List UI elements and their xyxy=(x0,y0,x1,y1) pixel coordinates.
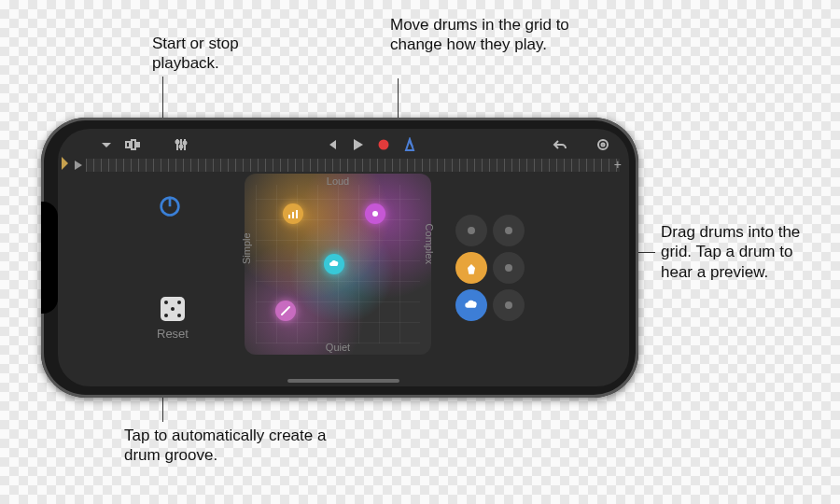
palette-clap[interactable] xyxy=(455,252,487,284)
svg-point-16 xyxy=(505,264,512,272)
reset-label: Reset xyxy=(157,327,189,341)
drum-node-hihat[interactable] xyxy=(324,254,344,274)
grid-label-bottom: Quiet xyxy=(326,342,350,353)
svg-point-14 xyxy=(468,227,475,234)
svg-rect-12 xyxy=(296,210,298,218)
tracks-menu-button[interactable] xyxy=(93,133,119,156)
view-button[interactable] xyxy=(119,133,146,156)
metronome-button[interactable] xyxy=(397,133,423,156)
svg-rect-1 xyxy=(132,140,135,149)
palette-shaker[interactable] xyxy=(455,215,487,246)
svg-point-15 xyxy=(505,227,512,234)
settings-button[interactable] xyxy=(590,133,616,156)
annotation-grid: Move drums in the grid to change how the… xyxy=(390,15,577,55)
randomize-dice-button[interactable] xyxy=(161,297,185,321)
svg-point-3 xyxy=(176,141,179,144)
palette-cowbell[interactable] xyxy=(493,252,525,284)
svg-point-4 xyxy=(180,146,183,148)
grid-label-right: Complex xyxy=(424,224,435,264)
record-button[interactable] xyxy=(371,133,397,156)
svg-point-8 xyxy=(602,144,605,147)
drum-xy-grid[interactable]: Loud Quiet Simple Complex xyxy=(245,174,431,355)
grid-label-left: Simple xyxy=(241,232,252,264)
drum-node-snare[interactable] xyxy=(365,203,385,224)
play-button[interactable] xyxy=(344,133,371,156)
drum-node-kick[interactable] xyxy=(283,203,303,224)
mixer-button[interactable] xyxy=(168,133,194,156)
grid-label-top: Loud xyxy=(327,175,349,187)
palette-tamb[interactable] xyxy=(493,215,525,246)
svg-point-13 xyxy=(372,211,378,217)
palette-stick[interactable] xyxy=(493,289,525,321)
svg-rect-0 xyxy=(126,142,130,147)
svg-point-17 xyxy=(505,301,512,309)
rewind-button[interactable] xyxy=(318,133,344,156)
annotation-playback: Start or stop playback. xyxy=(152,34,283,74)
palette-cloud[interactable] xyxy=(455,289,487,321)
svg-rect-2 xyxy=(137,143,139,147)
svg-rect-10 xyxy=(288,215,290,218)
power-toggle[interactable] xyxy=(157,192,183,218)
app-screen: Reset Loud Quiet Simple Complex xyxy=(58,129,629,386)
undo-button[interactable] xyxy=(547,133,573,156)
svg-point-5 xyxy=(184,142,187,145)
playhead-flag-icon[interactable] xyxy=(75,161,84,170)
svg-point-7 xyxy=(598,140,608,149)
device-frame: Reset Loud Quiet Simple Complex xyxy=(41,118,638,398)
device-notch xyxy=(41,202,58,314)
svg-point-6 xyxy=(379,140,389,150)
annotation-dice: Tap to automatically create a drum groov… xyxy=(124,426,329,466)
home-indicator[interactable] xyxy=(287,379,399,383)
toolbar xyxy=(58,131,629,159)
main-stage: Reset Loud Quiet Simple Complex xyxy=(67,172,620,377)
timeline-ruler[interactable] xyxy=(86,159,620,172)
svg-rect-11 xyxy=(292,212,294,218)
annotation-palette: Drag drums into the grid. Tap a drum to … xyxy=(661,222,829,282)
drum-palette xyxy=(455,215,525,321)
